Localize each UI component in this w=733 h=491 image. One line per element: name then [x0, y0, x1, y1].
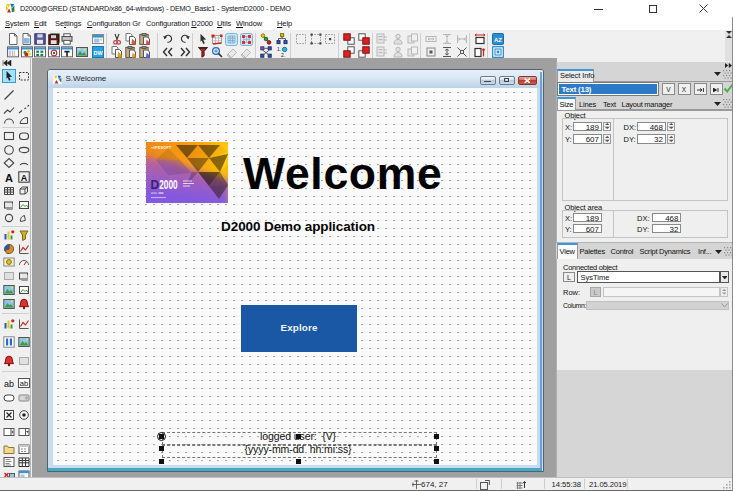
svg-text:ab: ab: [3, 379, 13, 389]
svg-text:AZ: AZ: [494, 37, 502, 43]
svg-text:2000: 2000: [159, 178, 178, 192]
svg-text:≡IPESOFT: ≡IPESOFT: [151, 146, 172, 150]
svg-text:A: A: [20, 173, 27, 183]
svg-text:2.: 2.: [281, 52, 285, 58]
svg-text:A: A: [5, 172, 13, 184]
svg-text:DW: DW: [93, 50, 103, 56]
svg-text:ab: ab: [19, 379, 27, 388]
